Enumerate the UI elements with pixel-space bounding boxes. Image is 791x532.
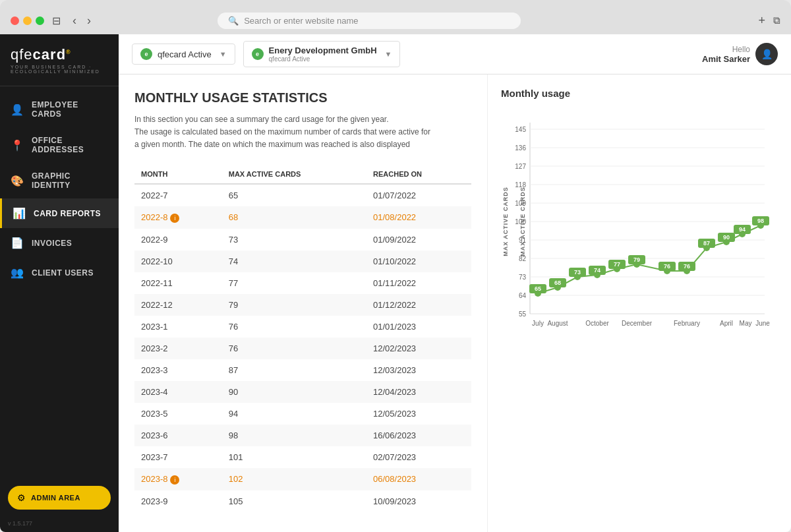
chart-point-73: 73 bbox=[569, 268, 586, 280]
info-icon: i bbox=[170, 214, 179, 223]
logo-area: qfecard® YOUR BUSINESS CARD · ECOLOGICAL… bbox=[0, 34, 119, 86]
info-icon: i bbox=[170, 475, 179, 485]
cell-reached-on: 01/01/2023 bbox=[366, 316, 471, 338]
col-max-cards: MAX ACTIVE CARDS bbox=[222, 165, 366, 184]
cell-max-cards: 98 bbox=[222, 425, 366, 446]
stats-section: MONTHLY USAGE STATISTICS In this section… bbox=[119, 74, 488, 532]
sidebar-item-card-reports[interactable]: 📊 CARD REPORTS bbox=[0, 198, 119, 228]
svg-text:77: 77 bbox=[614, 261, 620, 268]
sidebar-item-employee-cards[interactable]: 👤 EMPLOYEE CARDS bbox=[0, 92, 119, 127]
cell-max-cards: 77 bbox=[222, 272, 366, 294]
cell-reached-on: 01/08/2022 bbox=[366, 206, 471, 229]
location-icon: 📍 bbox=[11, 139, 24, 152]
avatar[interactable]: 👤 bbox=[755, 43, 778, 65]
svg-text:79: 79 bbox=[633, 256, 640, 263]
copy-tabs-icon[interactable]: ⧉ bbox=[773, 15, 780, 26]
table-row: 2022-127901/12/2022 bbox=[134, 294, 471, 316]
nav-buttons: ⊟ bbox=[52, 15, 61, 27]
admin-area-button[interactable]: ⚙ ADMIN AREA bbox=[8, 486, 111, 510]
chart-icon: 📊 bbox=[13, 207, 26, 220]
sidebar-item-invoices[interactable]: 📄 INVOICES bbox=[0, 228, 119, 258]
panel-toggle-icon[interactable]: ⊟ bbox=[52, 15, 61, 27]
new-tab-icon[interactable]: + bbox=[758, 14, 765, 28]
admin-icon: ⚙ bbox=[17, 492, 26, 503]
svg-text:136: 136 bbox=[515, 144, 526, 152]
right-panel: e qfecard Active ▼ e Enery Development G… bbox=[119, 34, 791, 532]
svg-text:73: 73 bbox=[519, 274, 527, 281]
cell-reached-on: 01/11/2022 bbox=[366, 272, 471, 294]
back-button[interactable]: ‹ bbox=[69, 13, 80, 29]
forward-button[interactable]: › bbox=[83, 13, 95, 29]
sidebar-item-label: CARD REPORTS bbox=[34, 209, 101, 218]
chart-title: Monthly usage bbox=[501, 88, 778, 99]
card-type-label: qfecard Active bbox=[158, 49, 212, 59]
svg-text:73: 73 bbox=[574, 269, 581, 276]
cell-max-cards: 94 bbox=[222, 403, 366, 425]
cell-month: 2023-1 bbox=[134, 316, 222, 338]
sidebar: qfecard® YOUR BUSINESS CARD · ECOLOGICAL… bbox=[0, 34, 119, 532]
chart-svg: 55 64 73 82 91 100 109 bbox=[501, 109, 778, 334]
chart-point-74: 74 bbox=[589, 266, 606, 278]
document-icon: 📄 bbox=[11, 237, 24, 249]
table-row: 2022-8i6801/08/2022 bbox=[134, 206, 471, 229]
sidebar-item-label: EMPLOYEE CARDS bbox=[32, 100, 108, 119]
svg-text:55: 55 bbox=[519, 310, 527, 318]
sidebar-item-client-users[interactable]: 👥 CLIENT USERS bbox=[0, 258, 119, 287]
cell-max-cards: 90 bbox=[222, 381, 366, 403]
sidebar-item-label: GRAPHIC IDENTITY bbox=[32, 171, 108, 190]
user-name: Amit Sarker bbox=[702, 54, 750, 64]
chart-section: Monthly usage MAX ACTIVE CARDS 55 64 bbox=[488, 74, 791, 532]
cell-max-cards: 68 bbox=[222, 206, 366, 229]
cell-month: 2023-4 bbox=[134, 381, 222, 403]
svg-text:October: October bbox=[585, 320, 609, 327]
company-dropdown[interactable]: e Enery Development GmbH qfecard Active … bbox=[243, 41, 401, 67]
svg-text:MAX ACTIVE CARDS: MAX ACTIVE CARDS bbox=[502, 187, 509, 256]
cell-max-cards: 65 bbox=[222, 184, 366, 206]
cell-reached-on: 01/12/2022 bbox=[366, 294, 471, 316]
cell-month: 2023-8i bbox=[134, 468, 222, 490]
svg-text:64: 64 bbox=[519, 292, 527, 299]
sidebar-item-label: CLIENT USERS bbox=[32, 268, 94, 278]
maximize-button[interactable] bbox=[36, 16, 44, 25]
cell-month: 2023-3 bbox=[134, 359, 222, 381]
cell-month: 2023-9 bbox=[134, 490, 222, 512]
svg-text:145: 145 bbox=[515, 126, 526, 133]
table-row: 2023-17601/01/2023 bbox=[134, 316, 471, 338]
company-dot: e bbox=[252, 48, 264, 60]
cell-max-cards: 76 bbox=[222, 316, 366, 338]
chart-point-94: 94 bbox=[734, 225, 751, 237]
cell-max-cards: 87 bbox=[222, 359, 366, 381]
search-icon: 🔍 bbox=[228, 16, 239, 26]
company-sub: qfecard Active bbox=[269, 55, 310, 63]
sidebar-nav: 👤 EMPLOYEE CARDS 📍 OFFICE ADDRESSES 🎨 GR… bbox=[0, 86, 119, 478]
topbar: e qfecard Active ▼ e Enery Development G… bbox=[119, 34, 791, 74]
stats-table: MONTH MAX ACTIVE CARDS REACHED ON 2022-7… bbox=[134, 165, 471, 512]
svg-text:76: 76 bbox=[664, 263, 670, 270]
card-type-dropdown[interactable]: e qfecard Active ▼ bbox=[132, 44, 235, 65]
table-row: 2022-117701/11/2022 bbox=[134, 272, 471, 294]
sidebar-item-office-addresses[interactable]: 📍 OFFICE ADDRESSES bbox=[0, 127, 119, 163]
sidebar-item-graphic-identity[interactable]: 🎨 GRAPHIC IDENTITY bbox=[0, 163, 119, 198]
chart-point-87: 87 bbox=[698, 239, 715, 251]
close-button[interactable] bbox=[11, 16, 19, 25]
table-row: 2023-710102/07/2023 bbox=[134, 446, 471, 468]
active-dot: e bbox=[140, 48, 152, 60]
col-month: MONTH bbox=[134, 165, 222, 184]
cell-reached-on: 10/09/2023 bbox=[366, 490, 471, 512]
cell-reached-on: 12/02/2023 bbox=[366, 338, 471, 359]
cell-reached-on: 01/07/2022 bbox=[366, 184, 471, 206]
svg-text:127: 127 bbox=[515, 163, 526, 170]
svg-text:90: 90 bbox=[723, 234, 730, 241]
table-row: 2023-38712/03/2023 bbox=[134, 359, 471, 381]
cell-reached-on: 12/05/2023 bbox=[366, 403, 471, 425]
svg-text:98: 98 bbox=[757, 218, 764, 224]
hello-text: Hello bbox=[732, 45, 750, 54]
minimize-button[interactable] bbox=[23, 16, 32, 25]
cell-reached-on: 16/06/2023 bbox=[366, 425, 471, 446]
cell-month: 2022-7 bbox=[134, 184, 222, 206]
app-container: qfecard® YOUR BUSINESS CARD · ECOLOGICAL… bbox=[0, 34, 791, 532]
address-bar[interactable]: 🔍 Search or enter website name bbox=[218, 13, 521, 29]
sidebar-item-label: INVOICES bbox=[32, 239, 72, 248]
cell-month: 2023-5 bbox=[134, 403, 222, 425]
svg-text:April: April bbox=[720, 320, 733, 327]
